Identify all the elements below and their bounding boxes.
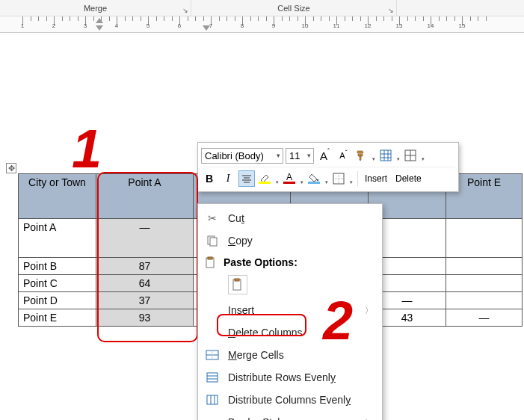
bold-button[interactable]: B <box>201 170 218 187</box>
table-cell[interactable] <box>446 219 523 258</box>
table-quick-button[interactable]: ▾ <box>403 147 425 164</box>
chevron-down-icon: ▾ <box>277 152 280 159</box>
ruler-number: 10 <box>302 22 309 29</box>
svg-rect-28 <box>207 395 218 404</box>
hanging-indent-icon[interactable] <box>96 25 103 31</box>
italic-button[interactable]: I <box>220 170 236 187</box>
annotation-1: 1 <box>72 118 102 179</box>
first-line-indent-icon[interactable] <box>96 18 103 23</box>
font-size-combo[interactable]: 11 ▾ <box>286 148 314 164</box>
mini-toolbar: Calibri (Body) ▾ 11 ▾ Aˆ Aˇ ▾ ▾ ▾ <box>197 142 459 192</box>
table-cell[interactable]: Point A <box>19 219 96 258</box>
ruler-number: 15 <box>459 22 466 29</box>
context-insert-label: Insert <box>228 304 254 316</box>
table-cell[interactable]: Point B <box>19 258 96 275</box>
scissors-icon: ✂ <box>204 211 221 225</box>
context-border-styles[interactable]: Border Styles 〉 <box>198 411 382 420</box>
document-area: ✥ 1 2 City or Town Point A Point E Point… <box>0 46 524 114</box>
chevron-right-icon: 〉 <box>365 417 373 421</box>
table-cell[interactable]: — <box>446 309 523 327</box>
font-name-value: Calibri (Body) <box>205 150 264 161</box>
context-distribute-cols[interactable]: Distribute Columns Evenly <box>198 389 382 411</box>
format-painter-button[interactable]: ▾ <box>354 147 376 164</box>
table-styles-button[interactable]: ▾ <box>378 147 401 164</box>
table-cell[interactable]: 93 <box>96 309 194 327</box>
ruler-number: 5 <box>147 22 150 29</box>
ruler-number: 2 <box>52 22 55 29</box>
borders-button[interactable]: ▾ <box>331 170 354 187</box>
context-paste-option[interactable] <box>198 273 382 299</box>
grow-font-button[interactable]: Aˆ <box>316 147 333 164</box>
table-cell[interactable]: Point D <box>19 292 96 309</box>
font-color-button[interactable]: A ▾ <box>282 170 304 187</box>
context-delete-columns[interactable]: Delete Columns <box>198 321 382 344</box>
ruler-number: 8 <box>241 22 244 29</box>
ruler-number: 7 <box>209 22 212 29</box>
ribbon-group-labels: Merge ↘ Cell Size ↘ <box>0 0 524 16</box>
table-header-cell[interactable]: Point A <box>96 174 194 219</box>
context-border-styles-label: Border Styles <box>228 416 291 420</box>
horizontal-ruler[interactable]: 123456789101112131415 <box>0 16 524 33</box>
ruler-number: 11 <box>333 22 340 29</box>
align-center-icon <box>241 174 252 183</box>
ruler-number: 14 <box>428 22 434 29</box>
highlighter-icon <box>259 173 270 182</box>
clipboard-icon <box>204 256 216 268</box>
shrink-font-button[interactable]: Aˇ <box>335 147 351 164</box>
table-cell[interactable]: 87 <box>96 258 194 275</box>
context-merge-cells-label: Merge Cells <box>228 349 284 361</box>
context-delete-columns-label: Delete Columns <box>228 327 303 339</box>
annotation-2: 2 <box>323 290 353 351</box>
shading-button[interactable]: ▾ <box>306 170 329 187</box>
ribbon-group-cellsize: Cell Size ↘ <box>191 0 397 16</box>
svg-rect-0 <box>380 150 391 161</box>
ruler-number: 4 <box>115 22 118 29</box>
svg-rect-19 <box>208 257 212 259</box>
svg-rect-25 <box>207 373 218 382</box>
merge-cells-icon <box>204 348 221 362</box>
mini-delete-button[interactable]: Delete <box>392 172 425 185</box>
ribbon-group-cellsize-label: Cell Size <box>277 4 309 13</box>
context-distribute-rows-label: Distribute Rows Evenly <box>228 371 336 383</box>
context-merge-cells[interactable]: Merge Cells <box>198 344 382 366</box>
table-cell[interactable] <box>446 258 523 275</box>
context-copy[interactable]: Copy <box>198 229 382 252</box>
borders-icon <box>333 173 345 185</box>
highlight-button[interactable]: ▾ <box>257 170 280 187</box>
ruler-number: 3 <box>84 22 87 29</box>
context-distribute-cols-label: Distribute Columns Evenly <box>228 394 351 406</box>
svg-point-12 <box>317 179 318 181</box>
align-center-button[interactable] <box>238 170 255 187</box>
ribbon-group-merge: Merge ↘ <box>0 0 191 16</box>
context-insert[interactable]: Insert 〉 <box>198 299 382 321</box>
table-cell[interactable] <box>446 292 523 309</box>
chevron-down-icon: ▾ <box>307 152 311 159</box>
context-copy-label: Copy <box>228 235 253 247</box>
table-cell[interactable]: 37 <box>96 292 194 309</box>
font-size-value: 11 <box>289 150 300 161</box>
distribute-cols-icon <box>204 393 221 407</box>
table-cell[interactable]: Point E <box>19 309 96 327</box>
distribute-rows-icon <box>204 371 221 384</box>
context-cut[interactable]: ✂ Cut <box>198 207 382 229</box>
context-distribute-rows[interactable]: Distribute Rows Evenly <box>198 366 382 389</box>
dialog-launcher-icon[interactable]: ↘ <box>388 7 394 14</box>
brush-icon <box>355 149 367 161</box>
table-move-handle-icon[interactable]: ✥ <box>6 163 16 173</box>
font-name-combo[interactable]: Calibri (Body) ▾ <box>201 148 283 164</box>
table-cell[interactable]: — <box>96 219 194 258</box>
context-menu: ✂ Cut Copy Paste Options: Insert 〉 <box>197 203 383 420</box>
dialog-launcher-icon[interactable]: ↘ <box>182 7 188 14</box>
svg-rect-17 <box>210 238 217 246</box>
table-cell[interactable]: Point C <box>19 275 96 292</box>
ruler-number: 13 <box>396 22 403 29</box>
table-header-cell[interactable]: City or Town <box>19 174 96 219</box>
paint-bucket-icon <box>309 173 319 182</box>
context-paste-options-heading: Paste Options: <box>198 252 382 273</box>
ruler-number: 12 <box>365 22 372 29</box>
ruler-number: 1 <box>21 22 24 29</box>
ruler-number: 9 <box>272 22 275 29</box>
table-cell[interactable] <box>446 275 523 292</box>
mini-insert-button[interactable]: Insert <box>362 172 390 185</box>
table-cell[interactable]: 64 <box>96 275 194 292</box>
